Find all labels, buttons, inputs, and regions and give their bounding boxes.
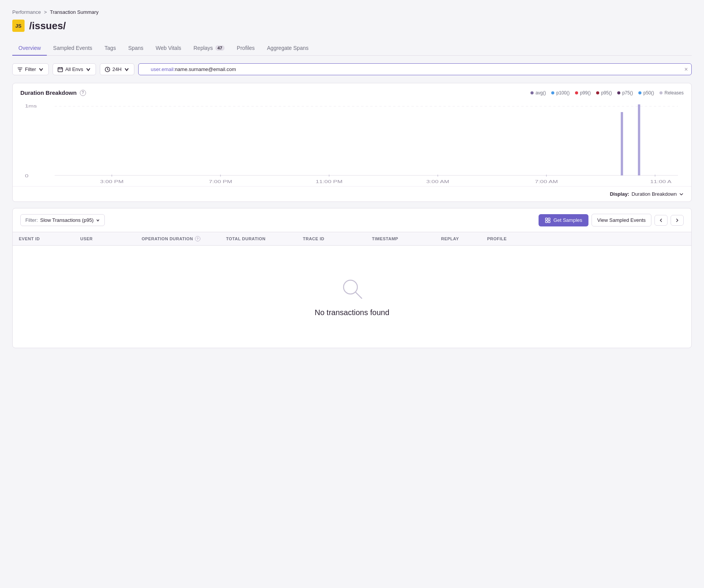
svg-text:11:00 A: 11:00 A	[650, 179, 672, 184]
col-timestamp: TIMESTAMP	[366, 232, 435, 245]
chart-help-icon[interactable]: ?	[80, 90, 86, 96]
chart-area: 1ms 0 3:00 PM 7:00 PM 11:00 PM 3:00 AM 7…	[13, 99, 691, 186]
filter-label: Filter	[25, 66, 36, 72]
svg-rect-15	[638, 104, 640, 175]
tab-profiles[interactable]: Profiles	[231, 41, 261, 56]
filters-row: Filter All Envs 24H user.email	[12, 63, 692, 75]
svg-text:0: 0	[25, 173, 28, 178]
samples-toolbar-right: Get Samples View Sampled Events	[539, 214, 684, 226]
chevron-left-icon	[659, 218, 663, 223]
breadcrumb-parent[interactable]: Performance	[12, 9, 41, 15]
legend-p75: p75()	[617, 90, 633, 96]
operation-duration-help-icon[interactable]: ?	[195, 236, 200, 241]
empty-message: No transactions found	[315, 308, 390, 317]
col-event-id: EVENT ID	[13, 232, 74, 245]
page-wrapper: Performance > Transaction Summary JS /is…	[0, 0, 704, 588]
tab-replays[interactable]: Replays 47	[187, 41, 231, 56]
legend-dot-p50	[638, 91, 641, 94]
get-samples-label: Get Samples	[554, 217, 582, 223]
svg-text:7:00 AM: 7:00 AM	[535, 179, 558, 184]
breadcrumb: Performance > Transaction Summary	[12, 9, 692, 15]
legend-p95: p95()	[596, 90, 612, 96]
legend-p99: p99()	[575, 90, 591, 96]
tabs-row: Overview Sampled Events Tags Spans Web V…	[12, 41, 692, 56]
time-filter-button[interactable]: 24H	[100, 63, 134, 75]
col-user: USER	[74, 232, 136, 245]
legend-p50: p50()	[638, 90, 654, 96]
duration-breakdown-card: Duration Breakdown ? avg() p100() p99()	[12, 83, 692, 202]
get-samples-button[interactable]: Get Samples	[539, 214, 588, 226]
col-trace-id: TRACE ID	[297, 232, 366, 245]
legend-releases: Releases	[659, 90, 684, 96]
col-profile: PROFILE	[481, 232, 527, 245]
chevron-down-icon-4	[679, 192, 684, 197]
search-input-display[interactable]: user.email:name.surname@email.com	[138, 63, 692, 75]
samples-filter-value: Slow Transactions (p95)	[40, 217, 94, 223]
js-badge: JS	[12, 20, 25, 32]
legend-dot-releases	[659, 91, 663, 94]
empty-search-icon	[340, 276, 364, 302]
tab-tags[interactable]: Tags	[98, 41, 122, 56]
svg-rect-3	[58, 68, 63, 72]
search-container: user.email:name.surname@email.com ×	[138, 63, 692, 75]
filter-button[interactable]: Filter	[12, 63, 49, 75]
svg-line-33	[355, 292, 362, 299]
samples-section: Filter: Slow Transactions (p95) Get Samp…	[12, 208, 692, 348]
chart-header: Duration Breakdown ? avg() p100() p99()	[13, 83, 691, 99]
breadcrumb-separator: >	[44, 9, 47, 15]
samples-icon	[545, 217, 551, 223]
chevron-down-icon-2	[86, 67, 91, 72]
chevron-down-icon	[38, 67, 44, 72]
clock-icon	[105, 67, 110, 72]
tab-web-vitals[interactable]: Web Vitals	[150, 41, 187, 56]
tab-spans[interactable]: Spans	[122, 41, 150, 56]
col-replay: REPLAY	[435, 232, 481, 245]
chart-svg: 1ms 0 3:00 PM 7:00 PM 11:00 PM 3:00 AM 7…	[20, 101, 684, 185]
display-value: Duration Breakdown	[631, 191, 677, 197]
tab-sampled-events[interactable]: Sampled Events	[47, 41, 98, 56]
svg-rect-30	[545, 221, 547, 223]
chart-legend: avg() p100() p99() p95() p75()	[530, 90, 684, 96]
svg-text:3:00 PM: 3:00 PM	[100, 179, 124, 184]
samples-filter-select[interactable]: Filter: Slow Transactions (p95)	[20, 214, 105, 226]
legend-dot-avg	[530, 91, 534, 94]
chart-title: Duration Breakdown ?	[20, 89, 86, 96]
tab-aggregate-spans[interactable]: Aggregate Spans	[261, 41, 315, 56]
table-header: EVENT ID USER OPERATION DURATION ? TOTAL…	[13, 232, 691, 246]
chevron-down-icon-5	[96, 218, 100, 222]
col-operation-duration: OPERATION DURATION ?	[136, 232, 220, 245]
time-label: 24H	[112, 66, 122, 72]
samples-filter-prefix: Filter:	[25, 217, 38, 223]
svg-rect-28	[545, 218, 547, 220]
legend-dot-p95	[596, 91, 599, 94]
env-filter-button[interactable]: All Envs	[53, 63, 96, 75]
search-clear-button[interactable]: ×	[684, 66, 688, 73]
legend-dot-p99	[575, 91, 578, 94]
svg-text:1ms: 1ms	[25, 104, 37, 109]
svg-text:7:00 PM: 7:00 PM	[209, 179, 232, 184]
calendar-icon	[58, 67, 63, 72]
svg-text:11:00 PM: 11:00 PM	[316, 179, 342, 184]
svg-text:3:00 AM: 3:00 AM	[426, 179, 449, 184]
chevron-right-icon	[675, 218, 679, 223]
svg-rect-31	[548, 221, 550, 223]
col-total-duration: TOTAL DURATION	[220, 232, 297, 245]
breadcrumb-current: Transaction Summary	[50, 9, 99, 15]
filter-icon	[17, 67, 23, 72]
tab-overview[interactable]: Overview	[12, 41, 47, 56]
search-value: name.surname@email.com	[175, 66, 236, 72]
display-control[interactable]: Display: Duration Breakdown	[610, 191, 684, 197]
display-label: Display:	[610, 191, 630, 197]
legend-avg: avg()	[530, 90, 546, 96]
env-label: All Envs	[65, 66, 83, 72]
legend-dot-p100	[551, 91, 554, 94]
legend-p100: p100()	[551, 90, 570, 96]
view-sampled-label: View Sampled Events	[597, 217, 646, 223]
search-keyword: user.email:	[151, 66, 175, 72]
svg-rect-29	[548, 218, 550, 220]
samples-toolbar: Filter: Slow Transactions (p95) Get Samp…	[13, 208, 691, 232]
prev-page-button[interactable]	[654, 215, 668, 226]
page-title: /issues/	[29, 20, 66, 32]
view-sampled-button[interactable]: View Sampled Events	[592, 214, 651, 226]
next-page-button[interactable]	[671, 215, 684, 226]
